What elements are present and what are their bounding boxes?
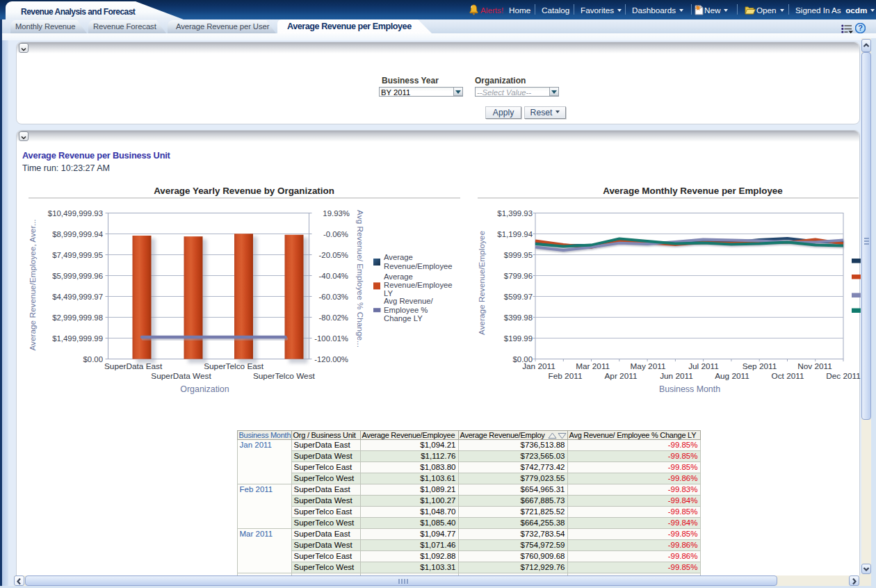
svg-text:Feb 2011: Feb 2011 xyxy=(549,371,583,381)
svg-text:Nov 2011: Nov 2011 xyxy=(797,361,832,371)
svg-text:19.93%: 19.93% xyxy=(323,209,350,218)
svg-text:$4,499,999.97: $4,499,999.97 xyxy=(52,293,103,301)
svg-text:Average Monthly Revenue per Em: Average Monthly Revenue per Employee xyxy=(603,186,782,196)
svg-text:SuperData East: SuperData East xyxy=(104,361,163,371)
svg-text:$10,499,999.93: $10,499,999.93 xyxy=(48,209,103,218)
svg-text:$7,499,999.95: $7,499,999.95 xyxy=(52,251,103,259)
svg-text:Average: Average xyxy=(384,272,413,281)
svg-text:Average Revenue/Employee: Average Revenue/Employee xyxy=(477,231,487,335)
svg-text:Sep 2011: Sep 2011 xyxy=(743,361,777,371)
svg-text:SuperTelco West: SuperTelco West xyxy=(253,371,316,381)
svg-text:SuperData West: SuperData West xyxy=(151,371,211,381)
svg-text:Apr 2011: Apr 2011 xyxy=(604,371,637,381)
svg-text:-40.04%: -40.04% xyxy=(319,272,348,280)
svg-text:Jan 2011: Jan 2011 xyxy=(522,361,555,371)
svg-text:Average Yearly Revenue by Orga: Average Yearly Revenue by Organization xyxy=(154,186,334,196)
svg-text:$199.99: $199.99 xyxy=(504,334,533,343)
svg-text:$1,499,999.99: $1,499,999.99 xyxy=(52,334,103,343)
svg-text:$1,399.93: $1,399.93 xyxy=(497,209,533,218)
svg-text:-20.05%: -20.05% xyxy=(319,251,348,259)
svg-text:-120.00%: -120.00% xyxy=(314,355,348,364)
svg-text:Avg Revenue/ Employee % Change: Avg Revenue/ Employee % Change... xyxy=(355,210,365,348)
svg-text:Aug 2011: Aug 2011 xyxy=(715,371,749,381)
svg-text:$0.00: $0.00 xyxy=(83,355,103,364)
svg-text:$399.98: $399.98 xyxy=(504,313,533,322)
svg-text:Average: Average xyxy=(384,253,413,261)
svg-text:-80.02%: -80.02% xyxy=(319,313,348,322)
svg-text:Jul 2011: Jul 2011 xyxy=(688,361,719,371)
svg-text:?: ? xyxy=(858,24,863,32)
svg-text:LY: LY xyxy=(384,289,393,297)
svg-text:$5,999,999.96: $5,999,999.96 xyxy=(52,272,103,280)
svg-text:Avg Revenue/: Avg Revenue/ xyxy=(384,297,434,305)
svg-text:-60.03%: -60.03% xyxy=(319,293,348,301)
svg-text:Organization: Organization xyxy=(180,384,229,394)
svg-text:Average Revenue/Employee, Aver: Average Revenue/Employee, Aver... xyxy=(28,219,38,350)
svg-text:Jun 2011: Jun 2011 xyxy=(660,371,693,381)
svg-text:May 2011: May 2011 xyxy=(631,361,666,371)
svg-text:$799.96: $799.96 xyxy=(504,272,533,280)
svg-text:SuperTelco East: SuperTelco East xyxy=(204,361,264,371)
svg-text:$8,999,999.94: $8,999,999.94 xyxy=(52,230,103,238)
svg-text:$1,199.94: $1,199.94 xyxy=(497,230,533,238)
svg-text:Revenue/Employee: Revenue/Employee xyxy=(384,281,453,289)
svg-text:$599.97: $599.97 xyxy=(504,293,533,301)
svg-text:Oct 2011: Oct 2011 xyxy=(772,371,804,381)
svg-text:Revenue/Employee: Revenue/Employee xyxy=(384,262,453,270)
svg-text:-0.06%: -0.06% xyxy=(323,230,348,238)
svg-text:Mar 2011: Mar 2011 xyxy=(576,361,610,371)
svg-text:Business Month: Business Month xyxy=(659,384,720,394)
svg-text:Employee %: Employee % xyxy=(384,306,428,314)
svg-text:$999.95: $999.95 xyxy=(504,251,533,259)
svg-text:-100.01%: -100.01% xyxy=(314,334,348,343)
svg-text:Change LY: Change LY xyxy=(384,314,423,322)
svg-text:$2,999,999.98: $2,999,999.98 xyxy=(52,313,103,322)
svg-text:Dec 2011: Dec 2011 xyxy=(826,371,861,381)
